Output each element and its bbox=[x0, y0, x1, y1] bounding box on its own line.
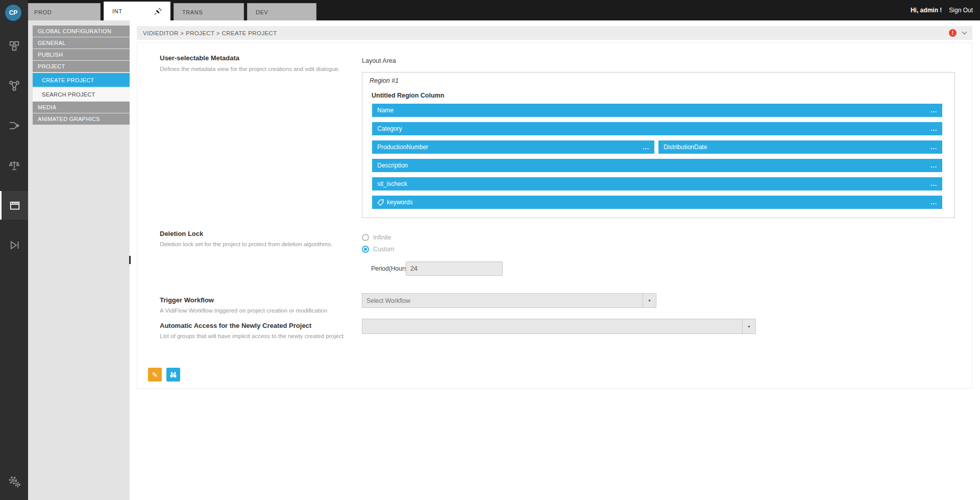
deletion-lock-title: Deletion Lock bbox=[160, 230, 203, 237]
field-category[interactable]: Category ... bbox=[372, 122, 942, 135]
radio-custom-circle[interactable] bbox=[362, 246, 369, 253]
field-menu-icon[interactable]: ... bbox=[930, 180, 937, 187]
preview-button[interactable] bbox=[166, 368, 180, 382]
field-menu-icon[interactable]: ... bbox=[930, 125, 937, 132]
period-hours-label: Period(Hours) bbox=[371, 265, 409, 272]
merge-arrows-icon[interactable] bbox=[0, 111, 28, 140]
period-hours-input[interactable] bbox=[406, 261, 503, 276]
sidebar-item-create-project[interactable]: CREATE PROJECT bbox=[33, 73, 130, 87]
metadata-section-title: User-selectable Metadata bbox=[160, 54, 239, 62]
sidebar-item-label: PROJECT bbox=[38, 63, 65, 69]
sidebar-item-media[interactable]: MEDIA bbox=[33, 102, 130, 113]
sign-out-link[interactable]: Sign Out bbox=[949, 7, 973, 14]
breadcrumb-right-controls: ! bbox=[949, 29, 966, 37]
scale-icon[interactable] bbox=[0, 151, 28, 180]
sidebar-item-label: ANIMATED GRAPHICS bbox=[38, 116, 100, 122]
metadata-field-list: Name ... Category ... ProductionNumber .… bbox=[372, 104, 942, 209]
field-name[interactable]: Name ... bbox=[372, 104, 942, 117]
sidebar-item-publish[interactable]: PUBLISH bbox=[33, 49, 130, 60]
sidebar-item-label: SEARCH PROJECT bbox=[42, 91, 95, 98]
config-sidebar: GLOBAL CONFIGURATION GENERAL PUBLISH PRO… bbox=[28, 20, 130, 500]
field-row: ProductionNumber ... DistributionDate ..… bbox=[372, 140, 942, 154]
field-label: stl_ischeck bbox=[377, 180, 407, 187]
topbar: PROD INT TRANS DEV Hi, admin ! bbox=[0, 0, 980, 20]
sidebar-item-label: GLOBAL CONFIGURATION bbox=[38, 28, 111, 34]
user-greeting: Hi, admin ! bbox=[911, 7, 942, 14]
radio-custom[interactable]: Custom bbox=[362, 246, 394, 253]
tab-prod[interactable]: PROD bbox=[26, 3, 101, 20]
field-menu-icon[interactable]: ... bbox=[930, 199, 937, 206]
sidebar-item-label: GENERAL bbox=[38, 40, 66, 46]
environment-tabs: PROD INT TRANS DEV bbox=[26, 0, 320, 20]
icon-rail: CP bbox=[0, 0, 28, 500]
field-keywords[interactable]: keywords ... bbox=[372, 196, 942, 209]
tab-trans-label: TRANS bbox=[182, 9, 203, 15]
field-description[interactable]: Description ... bbox=[372, 159, 942, 172]
region-title: Region #1 bbox=[370, 77, 399, 84]
field-label: Category bbox=[377, 125, 402, 132]
layout-region: Region #1 Untitled Region Column Name ..… bbox=[362, 72, 955, 218]
project-editor-icon[interactable] bbox=[0, 191, 28, 220]
sidebar-item-project[interactable]: PROJECT bbox=[33, 61, 130, 72]
radio-infinite-label: Infinite bbox=[373, 234, 391, 241]
workflow-dropdown[interactable]: Select Workflow ▼ bbox=[362, 293, 656, 308]
sidebar-item-label: CREATE PROJECT bbox=[42, 77, 94, 83]
trigger-workflow-description: A VidiFlow Workflow triggered on project… bbox=[160, 307, 327, 314]
chevron-down-icon[interactable] bbox=[962, 30, 967, 35]
field-distributiondate[interactable]: DistributionDate ... bbox=[658, 140, 942, 154]
sidebar-scrollbar-thumb[interactable] bbox=[129, 256, 131, 264]
tab-trans[interactable]: TRANS bbox=[174, 3, 244, 20]
binoculars-icon bbox=[169, 371, 177, 378]
media-player-icon[interactable] bbox=[0, 231, 28, 259]
trigger-workflow-title: Trigger Workflow bbox=[160, 296, 214, 304]
radio-infinite-circle[interactable] bbox=[362, 234, 369, 241]
field-row: keywords ... bbox=[372, 196, 942, 209]
workflow-nodes-icon[interactable] bbox=[0, 72, 28, 100]
app-logo[interactable]: CP bbox=[5, 5, 21, 21]
dropdown-arrow-icon[interactable]: ▼ bbox=[643, 294, 656, 307]
plug-icon bbox=[154, 8, 162, 15]
auto-access-dropdown[interactable]: ▼ bbox=[362, 319, 756, 334]
sidebar-item-animated-graphics[interactable]: ANIMATED GRAPHICS bbox=[33, 113, 130, 125]
app-root: PROD INT TRANS DEV Hi, admin ! bbox=[0, 0, 980, 500]
topbar-user-area: Hi, admin ! Sign Out bbox=[911, 0, 973, 20]
tab-dev[interactable]: DEV bbox=[247, 3, 316, 20]
tab-dev-label: DEV bbox=[256, 9, 268, 15]
settings-gears-icon[interactable] bbox=[0, 467, 28, 496]
layout-area-label: Layout Area bbox=[362, 57, 396, 64]
breadcrumb: VIDIEDITOR > PROJECT > CREATE PROJECT bbox=[143, 30, 277, 36]
pencil-icon: ✎ bbox=[152, 371, 158, 379]
tab-int-label: INT bbox=[112, 8, 122, 14]
radio-infinite[interactable]: Infinite bbox=[362, 234, 391, 241]
field-menu-icon[interactable]: ... bbox=[643, 144, 649, 151]
rail-icon-list bbox=[0, 32, 28, 271]
error-icon[interactable]: ! bbox=[949, 29, 957, 37]
sidebar-item-global-configuration[interactable]: GLOBAL CONFIGURATION bbox=[33, 26, 130, 37]
field-row: Description ... bbox=[372, 159, 942, 172]
field-row: Category ... bbox=[372, 122, 942, 135]
tab-int[interactable]: INT bbox=[104, 2, 170, 20]
tab-prod-label: PROD bbox=[34, 9, 52, 15]
sidebar-item-label: PUBLISH bbox=[38, 52, 63, 58]
modules-stack-icon[interactable] bbox=[0, 32, 28, 60]
edit-button[interactable]: ✎ bbox=[148, 368, 162, 382]
create-project-settings-panel: User-selectable Metadata Defines the met… bbox=[137, 42, 972, 389]
workflow-dropdown-value: Select Workflow bbox=[362, 297, 643, 304]
field-stl-ischeck[interactable]: stl_ischeck ... bbox=[372, 177, 942, 191]
action-buttons: ✎ bbox=[148, 368, 180, 382]
tag-icon bbox=[377, 199, 384, 206]
field-row: stl_ischeck ... bbox=[372, 177, 942, 191]
sidebar-item-label: MEDIA bbox=[38, 104, 56, 110]
field-productionnumber[interactable]: ProductionNumber ... bbox=[372, 140, 654, 154]
field-label: keywords bbox=[387, 199, 413, 206]
sidebar-item-search-project[interactable]: SEARCH PROJECT bbox=[33, 88, 130, 101]
field-menu-icon[interactable]: ... bbox=[930, 162, 937, 169]
auto-access-description: List of groups that will have implicit a… bbox=[160, 333, 344, 339]
field-menu-icon[interactable]: ... bbox=[930, 107, 937, 114]
dropdown-arrow-icon[interactable]: ▼ bbox=[742, 319, 755, 334]
field-label: Description bbox=[377, 162, 408, 169]
metadata-section-description: Defines the metadata view for the projec… bbox=[160, 66, 340, 72]
field-menu-icon[interactable]: ... bbox=[930, 144, 937, 151]
field-label: Name bbox=[377, 107, 394, 114]
sidebar-item-general[interactable]: GENERAL bbox=[33, 37, 130, 49]
